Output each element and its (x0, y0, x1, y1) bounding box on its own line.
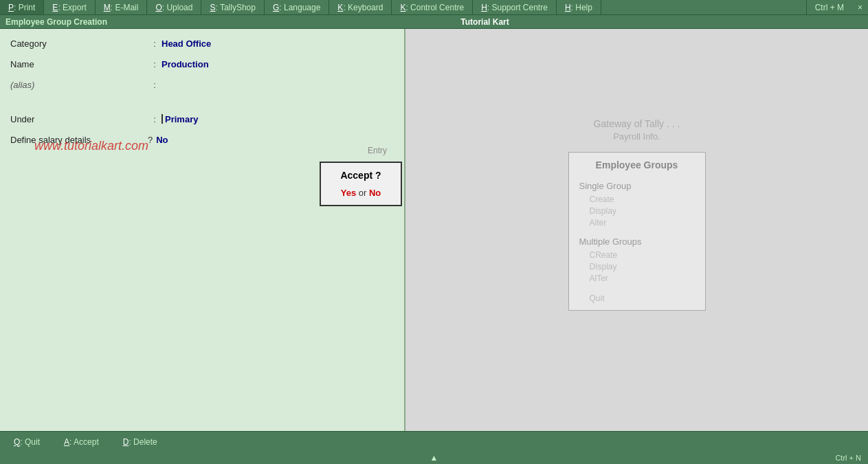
single-display[interactable]: Display (579, 206, 695, 216)
under-value: Primary (165, 114, 198, 124)
define-salary-value: No (156, 135, 168, 145)
top-menu-bar: P : Print E : Export M : E-Mail O : Uplo… (0, 0, 868, 15)
form-panel: Category : Head Office Name : Production… (0, 29, 405, 431)
category-label: Category (10, 38, 148, 49)
dialog-options: Yes or No (321, 184, 401, 205)
title-bar: Employee Group Creation Tutorial Kart (0, 15, 868, 29)
ctrl-m-hint: Ctrl + M (806, 0, 852, 14)
app-title: Tutorial Kart (107, 17, 863, 27)
name-row: Name : Production (10, 56, 394, 71)
close-button[interactable]: × (852, 0, 868, 14)
accept-dialog: Accept ? Yes or No (320, 162, 402, 206)
scroll-arrow[interactable]: ▲ Ctrl + N (0, 452, 868, 464)
accept-button[interactable]: A : Accept (54, 434, 109, 450)
define-salary-label: Define salary details (10, 135, 148, 145)
name-label: Name (10, 59, 148, 69)
delete-button[interactable]: D : Delete (113, 434, 168, 450)
single-create[interactable]: Create (579, 195, 695, 204)
menu-help[interactable]: H : Help (557, 0, 601, 14)
menu-email[interactable]: M : E-Mail (96, 0, 148, 14)
single-alter[interactable]: Alter (579, 218, 695, 228)
form-title: Employee Group Creation (5, 17, 107, 27)
under-label: Under (10, 114, 148, 124)
entry-hint: Entry (368, 146, 387, 155)
alias-label: (alias) (10, 80, 148, 90)
bottom-bar: Q : Quit A : Accept D : Delete (0, 431, 868, 452)
no-button[interactable]: No (369, 188, 381, 198)
multiple-alter[interactable]: AlTer (579, 274, 695, 283)
payroll-text: Payroll Info. (613, 131, 660, 142)
category-row: Category : Head Office (10, 36, 394, 51)
define-salary-row: Define salary details ? No (10, 132, 394, 147)
dialog-title: Accept ? (321, 163, 401, 184)
multiple-group-title: Multiple Groups (579, 236, 695, 247)
menu-export[interactable]: E : Export (44, 0, 95, 14)
or-text: or (359, 188, 369, 198)
ctrl-n-hint: Ctrl + N (835, 454, 861, 462)
menu-support-centre[interactable]: H : Support Centre (473, 0, 557, 14)
menu-print[interactable]: P : Print (0, 0, 44, 14)
name-value: Production (162, 59, 209, 69)
menu-tallyshop[interactable]: S : TallyShop (201, 0, 265, 14)
gateway-text: Gateway of Tally . . . (594, 118, 680, 129)
up-arrow-icon: ▲ (430, 453, 438, 463)
menu-upload[interactable]: O : Upload (147, 0, 201, 14)
menu-language[interactable]: G : Language (265, 0, 329, 14)
menu-keyboard[interactable]: K : Keyboard (329, 0, 392, 14)
right-panel: Gateway of Tally . . . Payroll Info. Emp… (405, 29, 868, 431)
single-group-title: Single Group (579, 181, 695, 191)
multiple-create[interactable]: CReate (579, 250, 695, 260)
menu-control-centre[interactable]: K : Control Centre (392, 0, 473, 14)
employee-groups-title: Employee Groups (579, 159, 695, 170)
main-content: Category : Head Office Name : Production… (0, 29, 868, 431)
alias-row: (alias) : (10, 77, 394, 92)
under-row: Under : Primary (10, 111, 394, 126)
multiple-display[interactable]: DIsplay (579, 262, 695, 272)
cursor (162, 114, 163, 124)
yes-button[interactable]: Yes (341, 188, 356, 198)
employee-groups-box: Employee Groups Single Group Create Disp… (568, 152, 706, 311)
quit-button[interactable]: Q : Quit (3, 434, 50, 450)
category-value: Head Office (162, 38, 211, 49)
quit-item[interactable]: Quit (579, 294, 695, 303)
